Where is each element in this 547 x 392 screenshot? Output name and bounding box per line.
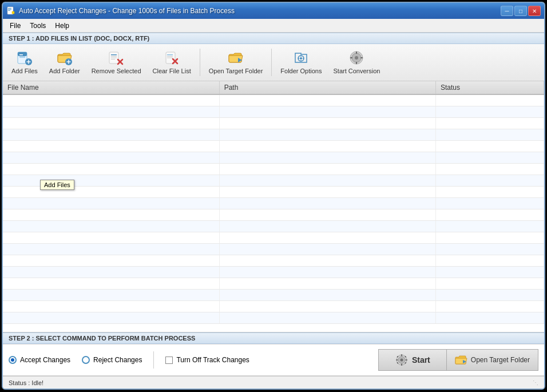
folder-options-label: Folder Options — [280, 68, 322, 75]
table-row — [3, 129, 544, 140]
step1-header: STEP 1 : ADD FILES IN LIST (DOC, DOCX, R… — [3, 33, 544, 44]
maximize-button[interactable]: □ — [514, 6, 527, 16]
add-folder-label: Add Folder — [49, 68, 80, 75]
svg-point-38 — [355, 56, 358, 60]
table-header-row: File Name Path Status — [3, 81, 544, 94]
open-target-folder-button[interactable]: Open Target Folder — [204, 46, 268, 78]
turn-off-track-label: Turn Off Track Changes — [176, 356, 249, 364]
remove-selected-button[interactable]: Remove Selected — [86, 46, 146, 78]
table-row — [3, 266, 544, 278]
folder-options-icon — [293, 50, 309, 66]
table-row — [3, 94, 544, 106]
toolbar: Add Files Add Folder R — [3, 44, 544, 81]
svg-rect-7 — [19, 54, 23, 56]
status-bar: Status : Idle! ⋱ — [3, 376, 544, 389]
svg-rect-41 — [350, 57, 352, 58]
svg-rect-17 — [111, 54, 117, 56]
svg-marker-4 — [12, 11, 14, 14]
add-files-label: Add Files — [11, 68, 38, 75]
table-row — [3, 106, 544, 117]
file-table: File Name Path Status — [3, 81, 544, 324]
accept-changes-label: Accept Changes — [20, 356, 70, 364]
action-buttons: Start Open Target Folder — [378, 349, 538, 371]
svg-rect-9 — [19, 57, 25, 58]
reject-changes-radio[interactable] — [82, 356, 90, 364]
open-target-btn-label: Open Target Folder — [471, 356, 530, 364]
svg-rect-3 — [8, 10, 10, 11]
menu-tools[interactable]: Tools — [25, 21, 50, 31]
remove-selected-icon — [108, 50, 124, 66]
folder-options-button[interactable]: Folder Options — [275, 46, 327, 78]
svg-rect-8 — [19, 56, 25, 57]
menu-help[interactable]: Help — [50, 21, 74, 31]
svg-rect-46 — [401, 354, 402, 357]
title-bar-left: Auto Accept Reject Changes - Change 1000… — [6, 6, 235, 15]
start-conversion-button[interactable]: Start Conversion — [328, 46, 385, 78]
svg-rect-26 — [167, 57, 173, 58]
table-row — [3, 289, 544, 300]
add-folder-button[interactable]: Add Folder — [44, 46, 85, 78]
menu-file[interactable]: File — [5, 21, 25, 31]
turn-off-track-group[interactable]: Turn Off Track Changes — [165, 356, 249, 364]
svg-rect-1 — [8, 8, 11, 9]
clear-file-list-label: Clear File List — [153, 68, 191, 75]
open-target-button[interactable]: Open Target Folder — [447, 349, 538, 371]
toolbar-separator-2 — [271, 49, 272, 76]
table-row — [3, 278, 544, 289]
svg-rect-39 — [356, 52, 357, 54]
close-button[interactable]: ✕ — [528, 6, 541, 16]
svg-rect-48 — [396, 359, 398, 361]
resize-grip: ⋱ — [533, 379, 538, 386]
start-label: Start — [412, 355, 430, 365]
turn-off-track-checkbox[interactable] — [165, 357, 173, 364]
start-conversion-icon — [348, 50, 364, 66]
step2-separator — [153, 351, 154, 369]
table-row — [3, 163, 544, 175]
svg-rect-47 — [401, 364, 402, 366]
clear-file-list-icon — [164, 50, 180, 66]
table-row — [3, 220, 544, 232]
accept-changes-group[interactable]: Accept Changes — [9, 356, 70, 364]
file-list-container[interactable]: File Name Path Status — [3, 81, 544, 332]
col-path: Path — [219, 81, 435, 94]
open-folder-icon — [455, 355, 467, 365]
add-folder-icon — [57, 50, 73, 66]
table-row — [3, 186, 544, 197]
toolbar-separator-1 — [200, 49, 200, 76]
table-row — [3, 232, 544, 243]
reject-changes-group[interactable]: Reject Changes — [82, 356, 142, 364]
tooltip-add-files: Add Files — [40, 180, 74, 190]
clear-file-list-button[interactable]: Clear File List — [148, 46, 196, 78]
svg-rect-25 — [167, 56, 173, 57]
table-row — [3, 152, 544, 163]
svg-rect-19 — [111, 57, 117, 58]
svg-rect-40 — [356, 62, 357, 64]
start-button[interactable]: Start — [378, 349, 447, 371]
svg-rect-15 — [68, 60, 69, 64]
menu-bar: File Tools Help — [3, 19, 544, 33]
title-bar: Auto Accept Reject Changes - Change 1000… — [3, 3, 544, 19]
svg-rect-2 — [8, 9, 11, 10]
remove-selected-label: Remove Selected — [92, 68, 141, 75]
svg-rect-42 — [360, 57, 363, 58]
gear-spin-icon — [395, 353, 409, 367]
col-filename: File Name — [3, 81, 219, 94]
add-files-button[interactable]: Add Files — [6, 46, 43, 78]
accept-changes-radio[interactable] — [9, 356, 17, 364]
open-target-folder-label: Open Target Folder — [209, 68, 263, 75]
minimize-button[interactable]: ─ — [501, 6, 513, 16]
add-files-icon — [17, 50, 33, 66]
app-icon — [6, 6, 15, 15]
svg-rect-20 — [111, 59, 115, 60]
svg-rect-49 — [405, 359, 407, 361]
table-row — [3, 117, 544, 129]
step2-header: STEP 2 : SELECT COMMAND TO PERFORM BATCH… — [3, 332, 544, 344]
table-row — [3, 175, 544, 186]
svg-rect-24 — [167, 54, 173, 56]
table-row — [3, 300, 544, 312]
table-row — [3, 209, 544, 220]
start-conversion-label: Start Conversion — [333, 68, 380, 75]
svg-rect-18 — [111, 56, 117, 57]
col-status: Status — [435, 81, 544, 94]
reject-changes-label: Reject Changes — [93, 356, 142, 364]
